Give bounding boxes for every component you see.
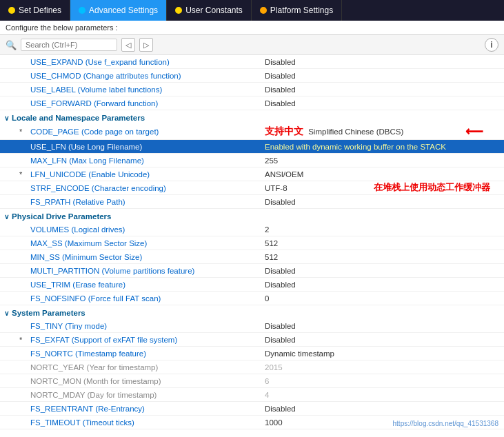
row-fs-reentrant[interactable]: FS_REENTRANT (Re-Entrancy) Disabled — [0, 402, 504, 416]
search-icon: 🔍 — [6, 40, 17, 50]
row-multi-partition[interactable]: MULTI_PARTITION (Volume partitions featu… — [0, 264, 504, 278]
param-name-fs-rpath: FS_RPATH (Relative Path) — [30, 198, 265, 206]
section-label-locale: Locale and Namespace Parameters — [12, 114, 145, 122]
param-name-use-forward: USE_FORWARD (Forward function) — [30, 99, 265, 108]
param-name-code-page: CODE_PAGE (Code page on target) — [30, 128, 265, 136]
param-value-volumes: 2 — [265, 225, 498, 234]
red-arrow-annotation: ⟵ — [465, 124, 483, 139]
search-input[interactable] — [21, 39, 117, 51]
param-value-max-ss: 512 — [265, 239, 498, 247]
row-use-chmod[interactable]: USE_CHMOD (Change attributes function) D… — [0, 69, 504, 83]
section-arrow-physical: ∨ — [4, 213, 9, 221]
row-min-ss[interactable]: MIN_SS (Minimum Sector Size) 512 — [0, 250, 504, 264]
param-value-fs-nortc: Dynamic timestamp — [265, 349, 498, 358]
row-fs-rpath[interactable]: FS_RPATH (Relative Path) Disabled — [0, 195, 504, 209]
main-content[interactable]: USE_EXPAND (Use f_expand function) Disab… — [0, 55, 504, 430]
param-value-multi-partition: Disabled — [265, 267, 498, 275]
param-value-fs-timeout: 1000 — [265, 418, 498, 427]
param-name-fs-tiny: FS_TINY (Tiny mode) — [30, 322, 265, 330]
row-strf-encode-wrap: STRF_ENCODE (Character encoding) UTF-8 在… — [0, 181, 504, 195]
row-code-page-wrap: * CODE_PAGE (Code page on target) 支持中文 S… — [0, 124, 504, 140]
param-name-fs-exfat: FS_EXFAT (Support of exFAT file system) — [30, 336, 265, 344]
param-name-use-label: USE_LABEL (Volume label functions) — [30, 85, 265, 94]
param-value-use-label: Disabled — [265, 85, 498, 94]
param-name-strf-encode: STRF_ENCODE (Character encoding) — [30, 184, 265, 192]
param-value-use-expand: Disabled — [265, 58, 498, 66]
row-use-label[interactable]: USE_LABEL (Volume label functions) Disab… — [0, 83, 504, 96]
param-value-use-lfn: Enabled with dynamic working buffer on t… — [265, 143, 498, 151]
row-max-lfn[interactable]: MAX_LFN (Max Long Filename) 255 — [0, 154, 504, 167]
param-value-fs-nofsinfo: 0 — [265, 294, 498, 303]
tab-set-defines[interactable]: Set Defines — [0, 0, 70, 21]
tab-user-constants[interactable]: User Constants — [167, 0, 252, 21]
param-name-nortc-mon: NORTC_MON (Month for timestamp) — [30, 377, 265, 385]
param-value-nortc-mon: 6 — [265, 377, 498, 385]
param-value-use-forward: Disabled — [265, 99, 498, 108]
row-max-ss[interactable]: MAX_SS (Maximum Sector Size) 512 — [0, 236, 504, 250]
prev-button[interactable]: ◁ — [121, 38, 135, 52]
info-button[interactable]: i — [485, 38, 498, 52]
row-fs-exfat[interactable]: * FS_EXFAT (Support of exFAT file system… — [0, 333, 504, 347]
row-volumes[interactable]: VOLUMES (Logical drives) 2 — [0, 223, 504, 236]
tab-label-user-constants: User Constants — [185, 6, 243, 15]
tab-label-platform-settings: Platform Settings — [270, 6, 333, 15]
row-use-expand[interactable]: USE_EXPAND (Use f_expand function) Disab… — [0, 55, 504, 69]
section-locale[interactable]: ∨ Locale and Namespace Parameters — [0, 112, 504, 124]
tab-dot-set-defines — [8, 7, 15, 14]
param-name-nortc-mday: NORTC_MDAY (Day for timestamp) — [30, 391, 265, 399]
param-name-max-ss: MAX_SS (Maximum Sector Size) — [30, 239, 265, 247]
param-value-use-chmod: Disabled — [265, 72, 498, 80]
param-value-code-page: 支持中文 Simplified Chinese (DBCS) — [265, 125, 498, 138]
tab-advanced-settings[interactable]: Advanced Settings — [70, 0, 167, 21]
param-name-use-lfn: USE_LFN (Use Long Filename) — [30, 143, 265, 151]
param-value-max-lfn: 255 — [265, 156, 498, 165]
row-lfn-unicode[interactable]: * LFN_UNICODE (Enable Unicode) ANSI/OEM — [0, 167, 504, 181]
param-value-min-ss: 512 — [265, 253, 498, 261]
param-value-fs-tiny: Disabled — [265, 322, 498, 330]
row-fs-tiny[interactable]: FS_TINY (Tiny mode) Disabled — [0, 319, 504, 333]
param-name-multi-partition: MULTI_PARTITION (Volume partitions featu… — [30, 267, 265, 275]
param-name-use-trim: USE_TRIM (Erase feature) — [30, 281, 265, 289]
tab-dot-user-constants — [175, 7, 182, 14]
tab-dot-advanced-settings — [79, 7, 85, 14]
section-arrow-system: ∨ — [4, 309, 9, 317]
subtitle-bar: Configure the below parameters : — [0, 21, 504, 35]
row-code-page[interactable]: * CODE_PAGE (Code page on target) 支持中文 S… — [0, 124, 504, 140]
param-name-use-expand: USE_EXPAND (Use f_expand function) — [30, 58, 265, 66]
section-system-params[interactable]: ∨ System Parameters — [0, 307, 504, 319]
param-name-fs-timeout: FS_TIMEOUT (Timeout ticks) — [30, 418, 265, 427]
param-name-fs-reentrant: FS_REENTRANT (Re-Entrancy) — [30, 405, 265, 413]
param-name-fs-nortc: FS_NORTC (Timestamp feature) — [30, 349, 265, 358]
row-nortc-year[interactable]: NORTC_YEAR (Year for timestamp) 2015 — [0, 360, 504, 374]
row-nortc-mday[interactable]: NORTC_MDAY (Day for timestamp) 4 — [0, 388, 504, 402]
param-name-volumes: VOLUMES (Logical drives) — [30, 225, 265, 234]
subtitle-text: Configure the below parameters : — [6, 23, 118, 32]
row-use-trim[interactable]: USE_TRIM (Erase feature) Disabled — [0, 278, 504, 292]
param-value-nortc-year: 2015 — [265, 363, 498, 372]
annotation-stack-buffer: 在堆栈上使用动态工作缓冲器 — [374, 181, 490, 194]
section-label-system: System Parameters — [12, 309, 85, 317]
row-use-lfn[interactable]: USE_LFN (Use Long Filename) Enabled with… — [0, 140, 504, 154]
row-fs-nofsinfo[interactable]: FS_NOFSINFO (Force full FAT scan) 0 — [0, 292, 504, 305]
tabs-bar: Set Defines Advanced Settings User Const… — [0, 0, 504, 21]
section-label-physical: Physical Drive Parameters — [12, 212, 111, 221]
param-value-nortc-mday: 4 — [265, 391, 498, 399]
row-use-forward[interactable]: USE_FORWARD (Forward function) Disabled — [0, 96, 504, 110]
tab-dot-platform-settings — [260, 7, 267, 14]
param-value-fs-exfat: Disabled — [265, 336, 498, 344]
section-physical-drive[interactable]: ∨ Physical Drive Parameters — [0, 210, 504, 223]
search-bar: 🔍 ◁ ▷ i — [0, 35, 504, 55]
param-name-lfn-unicode: LFN_UNICODE (Enable Unicode) — [30, 170, 265, 179]
param-name-fs-nofsinfo: FS_NOFSINFO (Force full FAT scan) — [30, 294, 265, 303]
tab-label-advanced-settings: Advanced Settings — [89, 6, 158, 15]
tab-platform-settings[interactable]: Platform Settings — [252, 0, 342, 21]
param-name-min-ss: MIN_SS (Minimum Sector Size) — [30, 253, 265, 261]
next-button[interactable]: ▷ — [139, 38, 153, 52]
annotation-chinese: 支持中文 — [265, 125, 303, 136]
param-name-max-lfn: MAX_LFN (Max Long Filename) — [30, 156, 265, 165]
row-fs-timeout[interactable]: FS_TIMEOUT (Timeout ticks) 1000 — [0, 416, 504, 429]
param-value-lfn-unicode: ANSI/OEM — [265, 170, 498, 179]
param-value-fs-reentrant: Disabled — [265, 405, 498, 413]
row-fs-nortc[interactable]: FS_NORTC (Timestamp feature) Dynamic tim… — [0, 347, 504, 360]
row-nortc-mon[interactable]: NORTC_MON (Month for timestamp) 6 — [0, 374, 504, 388]
